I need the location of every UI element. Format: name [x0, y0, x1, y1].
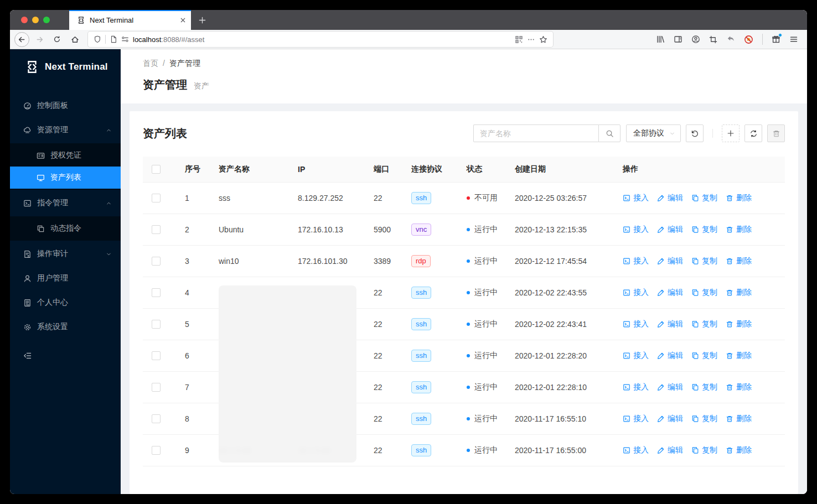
- sidebar-item-label: 系统设置: [37, 322, 112, 332]
- sidebar-item-credentials[interactable]: 授权凭证: [10, 144, 121, 167]
- page-actions-icon[interactable]: [527, 35, 535, 44]
- delete-action[interactable]: 删除: [726, 414, 752, 424]
- blocker-extension-button[interactable]: [744, 35, 753, 44]
- sidebar-item-resources[interactable]: 资源管理: [10, 119, 121, 141]
- copy-action[interactable]: 复制: [691, 256, 717, 266]
- copy-action[interactable]: 复制: [691, 382, 717, 392]
- sidebar-collapse-button[interactable]: [10, 345, 121, 367]
- trash-icon: [726, 194, 733, 202]
- row-checkbox[interactable]: [152, 225, 161, 234]
- undo-extension-button[interactable]: [726, 35, 735, 44]
- row-checkbox[interactable]: [152, 414, 161, 423]
- browser-tab[interactable]: Next Terminal: [69, 10, 191, 30]
- minimize-window-button[interactable]: [32, 17, 39, 23]
- forward-button[interactable]: [32, 32, 47, 47]
- url-text[interactable]: localhost:8088/#/asset: [133, 35, 511, 44]
- breadcrumb-home[interactable]: 首页: [143, 59, 158, 69]
- new-tab-button[interactable]: [191, 10, 213, 30]
- copy-action[interactable]: 复制: [691, 193, 717, 203]
- edit-action[interactable]: 编辑: [657, 351, 683, 361]
- copy-action[interactable]: 复制: [691, 288, 717, 298]
- zoom-window-button[interactable]: [43, 17, 50, 23]
- bookmark-star-icon[interactable]: [539, 35, 547, 44]
- sidebar-item-profile[interactable]: 个人中心: [10, 292, 121, 314]
- delete-action[interactable]: 删除: [726, 445, 752, 455]
- connect-action[interactable]: 接入: [623, 445, 649, 455]
- permissions-icon[interactable]: [121, 35, 129, 43]
- sidebar-item-audit[interactable]: 操作审计: [10, 243, 121, 265]
- cell-port: 22: [365, 340, 402, 372]
- edit-action[interactable]: 编辑: [657, 445, 683, 455]
- whats-new-button[interactable]: [772, 35, 780, 44]
- sidebars-button[interactable]: [674, 35, 682, 44]
- app-menu-button[interactable]: [789, 35, 798, 44]
- row-checkbox[interactable]: [152, 446, 161, 455]
- select-all-checkbox[interactable]: [152, 165, 161, 174]
- close-window-button[interactable]: [21, 17, 28, 23]
- delete-action[interactable]: 删除: [726, 256, 752, 266]
- connect-action[interactable]: 接入: [623, 256, 649, 266]
- screenshot-button[interactable]: [709, 35, 717, 44]
- edit-action[interactable]: 编辑: [657, 256, 683, 266]
- delete-action[interactable]: 删除: [726, 288, 752, 298]
- edit-action[interactable]: 编辑: [657, 225, 683, 235]
- status-dot: [467, 323, 470, 326]
- delete-action[interactable]: 删除: [726, 225, 752, 235]
- close-tab-icon[interactable]: [179, 17, 187, 24]
- sidebar-item-users[interactable]: 用户管理: [10, 267, 121, 289]
- home-button[interactable]: [67, 32, 82, 47]
- batch-delete-button[interactable]: [767, 124, 785, 142]
- row-checkbox[interactable]: [152, 288, 161, 297]
- cell-name: [210, 309, 289, 340]
- sidebar-item-dynamic-commands[interactable]: 动态指令: [10, 217, 121, 240]
- connect-action[interactable]: 接入: [623, 319, 649, 329]
- delete-action[interactable]: 删除: [726, 319, 752, 329]
- edit-action[interactable]: 编辑: [657, 319, 683, 329]
- refresh-button[interactable]: [744, 124, 762, 142]
- row-checkbox[interactable]: [152, 383, 161, 392]
- cell-ip: 8.129.27.252: [289, 183, 365, 214]
- copy-action[interactable]: 复制: [691, 319, 717, 329]
- edit-action[interactable]: 编辑: [657, 288, 683, 298]
- library-button[interactable]: [656, 35, 665, 44]
- back-button[interactable]: [14, 32, 29, 47]
- connect-action[interactable]: 接入: [623, 193, 649, 203]
- row-checkbox[interactable]: [152, 351, 161, 360]
- qr-code-icon[interactable]: [515, 35, 523, 44]
- copy-action[interactable]: 复制: [691, 414, 717, 424]
- account-button[interactable]: [691, 35, 700, 44]
- protocol-select[interactable]: 全部协议: [626, 124, 681, 142]
- edit-action[interactable]: 编辑: [657, 382, 683, 392]
- row-checkbox[interactable]: [152, 194, 161, 202]
- copy-icon: [691, 226, 699, 233]
- reset-button[interactable]: [686, 124, 704, 142]
- connect-action[interactable]: 接入: [623, 382, 649, 392]
- sidebar-item-commands[interactable]: 指令管理: [10, 192, 121, 214]
- search-button[interactable]: [598, 124, 620, 142]
- add-asset-button[interactable]: [722, 124, 740, 142]
- delete-action[interactable]: 删除: [726, 193, 752, 203]
- connect-action[interactable]: 接入: [623, 288, 649, 298]
- edit-action[interactable]: 编辑: [657, 193, 683, 203]
- delete-action[interactable]: 删除: [726, 351, 752, 361]
- sidebar-item-settings[interactable]: 系统设置: [10, 316, 121, 338]
- sidebar-item-asset-list[interactable]: 资产列表: [10, 167, 121, 189]
- page-info-icon[interactable]: [110, 35, 117, 43]
- edit-action[interactable]: 编辑: [657, 414, 683, 424]
- url-bar[interactable]: localhost:8088/#/asset: [88, 32, 553, 47]
- copy-action[interactable]: 复制: [691, 445, 717, 455]
- row-actions: 接入 编辑 复制 删除: [623, 351, 776, 361]
- shield-icon[interactable]: [94, 35, 101, 43]
- connect-action[interactable]: 接入: [623, 225, 649, 235]
- copy-action[interactable]: 复制: [691, 351, 717, 361]
- reload-button[interactable]: [49, 32, 65, 47]
- connect-action[interactable]: 接入: [623, 351, 649, 361]
- delete-action[interactable]: 删除: [726, 382, 752, 392]
- search-input[interactable]: [473, 124, 598, 142]
- copy-action[interactable]: 复制: [691, 225, 717, 235]
- sidebar-item-dashboard[interactable]: 控制面板: [10, 95, 121, 117]
- connect-action[interactable]: 接入: [623, 414, 649, 424]
- row-checkbox[interactable]: [152, 257, 161, 266]
- app-logo[interactable]: Next Terminal: [10, 49, 121, 85]
- row-checkbox[interactable]: [152, 320, 161, 329]
